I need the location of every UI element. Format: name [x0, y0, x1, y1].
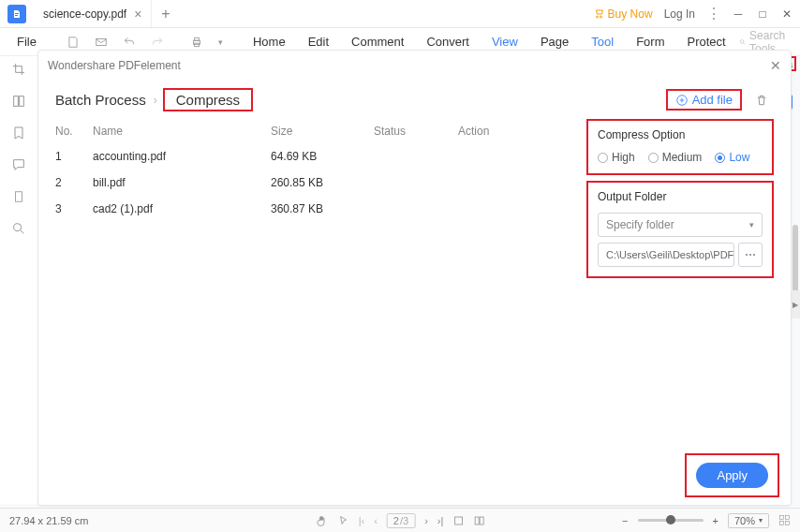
zoom-out-icon[interactable]: −: [622, 515, 628, 526]
output-path-input[interactable]: C:\Users\Geili\Desktop\PDFelement\O...: [598, 243, 734, 267]
thumbnails-icon[interactable]: [11, 94, 26, 109]
menu-edit[interactable]: Edit: [299, 35, 338, 49]
hand-tool-icon[interactable]: [316, 514, 329, 527]
mail-icon[interactable]: [89, 36, 113, 49]
col-no: No.: [55, 125, 93, 138]
folder-mode-dropdown[interactable]: Specify folder ▾: [598, 213, 763, 237]
undo-icon[interactable]: [117, 36, 141, 49]
modal-close-icon[interactable]: ✕: [770, 58, 781, 73]
table-row[interactable]: 2 bill.pdf 260.85 KB: [55, 170, 570, 196]
radio-medium[interactable]: Medium: [648, 151, 703, 164]
svg-rect-9: [16, 192, 22, 202]
buy-now-link[interactable]: Buy Now: [593, 7, 653, 21]
svg-rect-18: [480, 517, 483, 525]
chevron-down-icon: ▾: [759, 516, 763, 525]
compress-tab[interactable]: Compress: [163, 88, 253, 111]
menu-tool[interactable]: Tool: [582, 35, 623, 49]
modal-title: Wondershare PDFelement: [48, 59, 181, 72]
print-icon[interactable]: [185, 36, 209, 49]
search-icon: [739, 37, 746, 48]
svg-rect-16: [454, 517, 462, 525]
view-mode-2-icon[interactable]: [473, 515, 484, 526]
delete-button[interactable]: [749, 94, 774, 107]
view-mode-icon[interactable]: [452, 515, 464, 526]
svg-rect-21: [780, 522, 784, 525]
app-icon: [7, 5, 26, 23]
menu-convert[interactable]: Convert: [417, 35, 479, 49]
svg-rect-19: [780, 516, 784, 520]
menu-protect[interactable]: Protect: [677, 35, 734, 49]
plus-circle-icon: [675, 94, 689, 107]
svg-rect-22: [786, 522, 790, 525]
col-size: Size: [271, 125, 374, 138]
svg-rect-2: [96, 38, 107, 45]
redo-icon[interactable]: [145, 36, 170, 49]
zoom-level-dropdown[interactable]: 70% ▾: [728, 513, 769, 528]
tab-close-icon[interactable]: ×: [134, 7, 141, 22]
close-button[interactable]: ✕: [781, 7, 793, 21]
svg-rect-17: [475, 517, 479, 525]
first-page-icon[interactable]: |‹: [359, 515, 365, 526]
more-menu-icon[interactable]: ⋮: [706, 5, 721, 22]
last-page-icon[interactable]: ›|: [437, 515, 444, 526]
file-table: No. Name Size Status Action 1 accounting…: [55, 119, 570, 451]
comment-icon[interactable]: [11, 157, 26, 172]
login-link[interactable]: Log In: [664, 7, 695, 21]
browse-folder-button[interactable]: ⋯: [738, 243, 763, 267]
expand-handle[interactable]: ▶: [791, 290, 800, 318]
batch-process-title: Batch Process: [55, 92, 146, 108]
next-page-icon[interactable]: ›: [424, 515, 428, 526]
col-status: Status: [374, 125, 458, 138]
new-tab-button[interactable]: +: [152, 6, 179, 22]
svg-rect-5: [195, 43, 200, 47]
crop-tool-icon[interactable]: [11, 62, 26, 77]
menu-view[interactable]: View: [482, 35, 527, 49]
col-name: Name: [93, 125, 271, 138]
add-file-button[interactable]: Add file: [675, 93, 733, 107]
save-icon[interactable]: [61, 36, 85, 49]
radio-low[interactable]: Low: [715, 151, 749, 164]
zoom-in-icon[interactable]: +: [713, 515, 719, 526]
svg-rect-1: [15, 15, 18, 16]
table-row[interactable]: 3 cad2 (1).pdf 360.87 KB: [55, 196, 570, 222]
chevron-right-icon: ›: [154, 94, 157, 107]
prev-page-icon[interactable]: ‹: [374, 515, 378, 526]
document-tab[interactable]: science-copy.pdf ×: [34, 0, 152, 27]
svg-rect-4: [195, 37, 200, 40]
compress-option-panel: Compress Option High Medium Low: [586, 119, 774, 175]
page-number-input[interactable]: 2 /3: [387, 513, 415, 528]
print-dropdown-icon[interactable]: ▾: [213, 37, 229, 47]
menu-comment[interactable]: Comment: [342, 35, 413, 49]
table-row[interactable]: 1 accounting.pdf 64.69 KB: [55, 143, 570, 170]
menu-page[interactable]: Page: [531, 35, 578, 49]
svg-rect-7: [14, 96, 19, 107]
apply-button[interactable]: Apply: [696, 463, 768, 488]
bookmark-icon[interactable]: [11, 126, 26, 140]
svg-point-6: [740, 39, 744, 43]
col-action: Action: [458, 125, 514, 138]
menu-file[interactable]: File: [7, 35, 46, 49]
zoom-slider[interactable]: [638, 519, 704, 522]
svg-rect-20: [786, 516, 790, 520]
svg-rect-0: [15, 13, 19, 14]
minimize-button[interactable]: ─: [733, 7, 744, 21]
radio-high[interactable]: High: [598, 151, 635, 164]
menu-form[interactable]: Form: [627, 35, 674, 49]
chevron-down-icon: ▾: [749, 220, 754, 229]
output-folder-panel: Output Folder Specify folder ▾ C:\Users\…: [586, 181, 774, 278]
tab-filename: science-copy.pdf: [43, 7, 126, 21]
select-tool-icon[interactable]: [338, 514, 349, 527]
maximize-button[interactable]: □: [757, 7, 768, 21]
search-panel-icon[interactable]: [11, 221, 26, 236]
svg-rect-8: [20, 96, 24, 107]
batch-process-modal: Wondershare PDFelement ✕ Batch Process ›…: [37, 50, 792, 506]
attachment-icon[interactable]: [12, 189, 25, 204]
compress-option-label: Compress Option: [598, 128, 763, 141]
fit-page-icon[interactable]: [778, 514, 791, 526]
page-dimensions: 27.94 x 21.59 cm: [9, 515, 88, 526]
cart-icon: [593, 8, 604, 20]
output-folder-label: Output Folder: [598, 190, 763, 203]
svg-point-10: [14, 224, 22, 231]
menu-home[interactable]: Home: [244, 35, 295, 49]
